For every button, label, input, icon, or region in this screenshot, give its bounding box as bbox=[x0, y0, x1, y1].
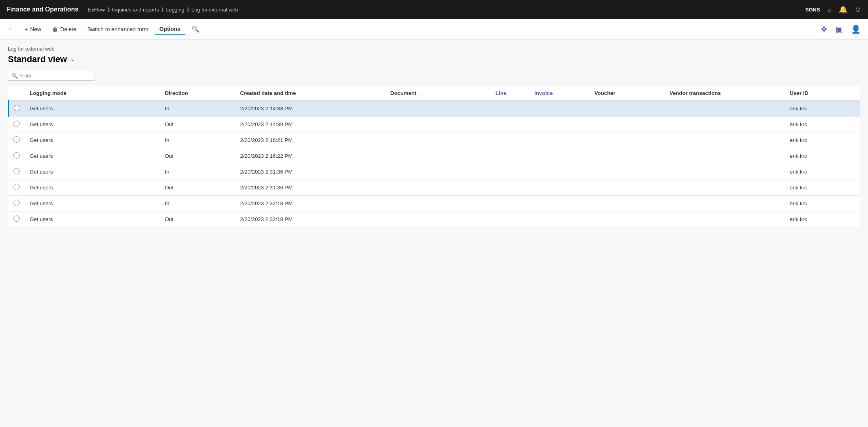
table-row[interactable]: Get usersIn2/20/2023 2:32:18 PMerik.krc bbox=[9, 196, 860, 212]
cell-invoice bbox=[530, 148, 590, 164]
cell-logging_mode: Get users bbox=[25, 148, 160, 164]
square-icon-button[interactable]: ▣ bbox=[833, 23, 845, 36]
cell-invoice bbox=[530, 100, 590, 117]
cell-line bbox=[491, 148, 530, 164]
toolbar-search-button[interactable]: 🔍 bbox=[188, 23, 203, 35]
page-title-text: Standard view bbox=[8, 54, 67, 64]
table-row[interactable]: Get usersIn2/20/2023 2:31:36 PMerik.krc bbox=[9, 164, 860, 180]
row-radio-circle[interactable] bbox=[13, 136, 20, 143]
person-icon-button[interactable]: 👤 bbox=[849, 23, 863, 36]
row-selector-cell bbox=[9, 180, 25, 196]
cell-logging_mode: Get users bbox=[25, 117, 160, 132]
row-radio-circle[interactable] bbox=[13, 121, 20, 127]
breadcrumb-sep-1: ❯ bbox=[106, 7, 110, 12]
table-row[interactable]: Get usersOut2/20/2023 2:32:18 PMerik.krc bbox=[9, 212, 860, 227]
cell-user_id: erik.krc bbox=[785, 196, 860, 212]
col-header-document[interactable]: Document bbox=[386, 86, 491, 100]
top-nav-right: SGNS ⌕ 🔔 ☺ bbox=[805, 5, 862, 14]
row-radio-circle[interactable] bbox=[13, 200, 20, 206]
row-radio-circle[interactable] bbox=[14, 105, 20, 111]
table-row[interactable]: Get usersIn2/20/2023 2:14:38 PMerik.krc bbox=[9, 100, 860, 117]
cell-vendor_transactions bbox=[665, 180, 785, 196]
cell-line bbox=[491, 196, 530, 212]
col-header-logging-mode[interactable]: Logging mode bbox=[25, 86, 160, 100]
data-table: Logging mode Direction Created date and … bbox=[8, 86, 860, 227]
filter-input-wrap: 🔍 bbox=[8, 71, 95, 81]
breadcrumb-exflow[interactable]: ExFlow bbox=[88, 7, 105, 13]
cell-logging_mode: Get users bbox=[25, 196, 160, 212]
cell-invoice bbox=[530, 132, 590, 148]
cell-vendor_transactions bbox=[665, 196, 785, 212]
cell-created_date: 2/20/2023 2:31:36 PM bbox=[235, 164, 386, 180]
cell-document bbox=[386, 164, 491, 180]
col-header-direction[interactable]: Direction bbox=[160, 86, 236, 100]
cell-logging_mode: Get users bbox=[25, 132, 160, 148]
row-radio-circle[interactable] bbox=[13, 184, 20, 190]
cell-direction: Out bbox=[160, 148, 236, 164]
table-row[interactable]: Get usersOut2/20/2023 2:31:36 PMerik.krc bbox=[9, 180, 860, 196]
cell-voucher bbox=[590, 212, 665, 227]
cell-document bbox=[386, 117, 491, 132]
top-nav-bar: Finance and Operations ExFlow ❯ Inquirie… bbox=[0, 0, 868, 19]
cell-line bbox=[491, 212, 530, 227]
cell-direction: In bbox=[160, 132, 236, 148]
cell-direction: Out bbox=[160, 212, 236, 227]
col-header-check bbox=[9, 86, 25, 100]
cell-invoice bbox=[530, 180, 590, 196]
cell-line bbox=[491, 100, 530, 117]
smiley-icon[interactable]: ☺ bbox=[855, 6, 862, 14]
breadcrumb-logging[interactable]: Logging bbox=[166, 7, 184, 13]
switch-enhanced-button[interactable]: Switch to enhanced form bbox=[83, 24, 153, 35]
table-row[interactable]: Get usersOut2/20/2023 2:14:39 PMerik.krc bbox=[9, 117, 860, 132]
filter-input[interactable] bbox=[20, 73, 91, 79]
filter-container: 🔍 bbox=[8, 71, 860, 81]
cell-voucher bbox=[590, 117, 665, 132]
cell-direction: Out bbox=[160, 180, 236, 196]
user-initials: SGNS bbox=[805, 7, 820, 13]
row-radio-circle[interactable] bbox=[13, 168, 20, 174]
col-header-voucher[interactable]: Voucher bbox=[590, 86, 665, 100]
cell-invoice bbox=[530, 164, 590, 180]
delete-button[interactable]: 🗑 Delete bbox=[47, 24, 81, 35]
filter-search-icon: 🔍 bbox=[11, 73, 18, 79]
row-radio-circle[interactable] bbox=[13, 215, 20, 222]
options-button[interactable]: Options bbox=[155, 23, 185, 35]
cell-document bbox=[386, 180, 491, 196]
breadcrumb-inquiries[interactable]: Inquiries and reports bbox=[112, 7, 159, 13]
cell-document bbox=[386, 148, 491, 164]
page-title-container: Standard view ⌄ bbox=[8, 54, 860, 64]
cell-vendor_transactions bbox=[665, 100, 785, 117]
table-row[interactable]: Get usersIn2/20/2023 2:16:21 PMerik.krc bbox=[9, 132, 860, 148]
col-header-user-id[interactable]: User ID bbox=[785, 86, 860, 100]
cell-document bbox=[386, 212, 491, 227]
cell-user_id: erik.krc bbox=[785, 164, 860, 180]
col-header-vendor-transactions[interactable]: Vendor transactions bbox=[665, 86, 785, 100]
diamond-icon-button[interactable]: ❖ bbox=[818, 23, 830, 36]
col-header-invoice[interactable]: Invoice bbox=[530, 86, 590, 100]
plus-icon: + bbox=[25, 26, 28, 32]
notification-icon[interactable]: 🔔 bbox=[839, 5, 847, 14]
breadcrumb-log-external[interactable]: Log for external web bbox=[192, 7, 238, 13]
row-selector-cell bbox=[9, 164, 25, 180]
cell-logging_mode: Get users bbox=[25, 212, 160, 227]
cell-voucher bbox=[590, 148, 665, 164]
search-icon[interactable]: ⌕ bbox=[827, 6, 832, 14]
row-radio-circle[interactable] bbox=[13, 152, 20, 159]
cell-created_date: 2/20/2023 2:14:38 PM bbox=[235, 100, 386, 117]
cell-line bbox=[491, 132, 530, 148]
switch-enhanced-label: Switch to enhanced form bbox=[87, 26, 148, 32]
toolbar: ← + New 🗑 Delete Switch to enhanced form… bbox=[0, 19, 868, 40]
col-header-line[interactable]: Line bbox=[491, 86, 530, 100]
cell-line bbox=[491, 117, 530, 132]
view-chevron-icon[interactable]: ⌄ bbox=[70, 56, 75, 62]
breadcrumb-sep-3: ❯ bbox=[186, 7, 190, 12]
new-button[interactable]: + New bbox=[20, 24, 46, 35]
table-row[interactable]: Get usersOut2/20/2023 2:16:22 PMerik.krc bbox=[9, 148, 860, 164]
cell-vendor_transactions bbox=[665, 164, 785, 180]
back-button[interactable]: ← bbox=[5, 23, 18, 36]
cell-vendor_transactions bbox=[665, 132, 785, 148]
app-brand: Finance and Operations bbox=[6, 6, 78, 13]
cell-created_date: 2/20/2023 2:16:21 PM bbox=[235, 132, 386, 148]
col-header-created-date[interactable]: Created date and time bbox=[235, 86, 386, 100]
cell-logging_mode: Get users bbox=[25, 164, 160, 180]
